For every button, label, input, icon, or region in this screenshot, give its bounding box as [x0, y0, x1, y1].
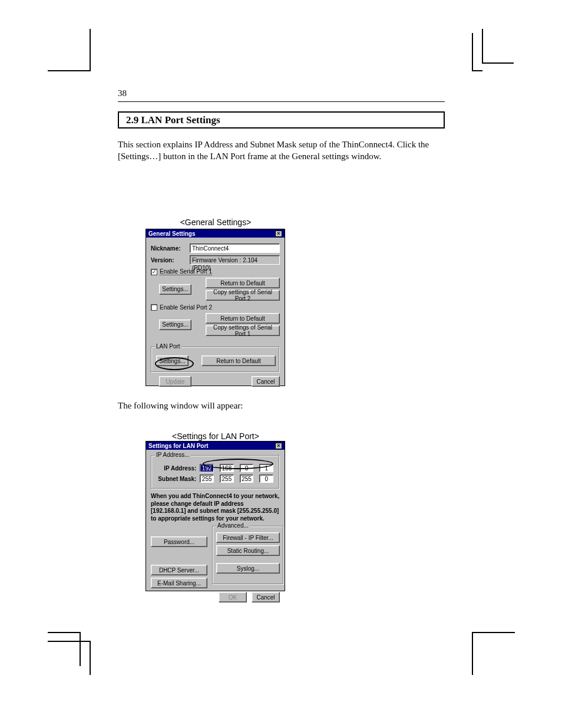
titlebar: General Settings × [146, 229, 285, 238]
ip-address-label: IP Address: [155, 465, 196, 472]
enable-sp2-label: Enable Serial Port 2 [160, 304, 212, 311]
ok-button[interactable]: OK [219, 592, 247, 602]
caption-general-settings: <General Settings> [146, 218, 285, 227]
cancel-button[interactable]: Cancel [252, 376, 280, 387]
paragraph-intro: This section explains IP Address and Sub… [118, 139, 445, 163]
advanced-group-label: Advanced... [216, 522, 250, 529]
mask-octet-2[interactable]: 255 [220, 475, 234, 483]
lan-return-default-button[interactable]: Return to Default [201, 355, 276, 366]
mask-octet-3[interactable]: 255 [240, 475, 254, 483]
dhcp-server-button[interactable]: DHCP Server... [151, 565, 207, 575]
static-routing-button[interactable]: Static Routing... [216, 545, 280, 556]
heading-rule [118, 101, 445, 102]
lan-settings-button[interactable]: Settings... [156, 355, 189, 366]
dialog-title: Settings for LAN Port [148, 443, 209, 449]
close-icon[interactable]: × [275, 230, 282, 237]
ip-address-group-label: IP Address... [155, 452, 191, 458]
caption-lan-port: <Settings for LAN Port> [146, 431, 285, 441]
subnet-mask-label: Subnet Mask: [155, 476, 196, 482]
paragraph-followup: The following window will appear: [118, 400, 445, 411]
update-button[interactable]: Update [159, 376, 191, 387]
lan-port-settings-dialog: Settings for LAN Port × IP Address... IP… [146, 441, 285, 591]
lan-port-group-label: LAN Port [155, 343, 181, 350]
version-value: Firmware Version : 2.104 (PD10) [190, 255, 280, 265]
sp2-copy-sp1-button[interactable]: Copy settings of Serial Port 1 [206, 325, 280, 336]
ip-octet-1[interactable]: 192 [200, 464, 214, 472]
syslog-button[interactable]: Syslog... [216, 563, 280, 574]
close-icon[interactable]: × [275, 443, 282, 449]
dialog-title: General Settings [148, 230, 195, 237]
enable-serial-port-1-checkbox[interactable]: ✓ Enable Serial Port 1 [151, 268, 212, 275]
sp1-return-default-button[interactable]: Return to Default [206, 278, 280, 288]
email-sharing-button[interactable]: E-Mail Sharing... [151, 578, 207, 588]
sp1-copy-sp2-button[interactable]: Copy settings of Serial Port 2 [206, 290, 280, 301]
sp2-settings-button[interactable]: Settings... [159, 319, 191, 330]
firewall-button[interactable]: Firewall - IP Filter... [216, 532, 280, 543]
mask-octet-1[interactable]: 255 [200, 475, 214, 483]
sp2-return-default-button[interactable]: Return to Default [206, 313, 280, 324]
section-title: 2.9 LAN Port Settings [118, 111, 445, 129]
mask-octet-4[interactable]: 0 [259, 475, 273, 483]
sp1-settings-button[interactable]: Settings... [159, 284, 191, 295]
general-settings-dialog: General Settings × Nickname: ThinConnect… [146, 229, 285, 386]
cancel-button[interactable]: Cancel [252, 592, 280, 602]
version-label: Version: [151, 257, 186, 263]
nickname-label: Nickname: [151, 245, 186, 252]
ip-octet-4[interactable]: 1 [259, 464, 273, 472]
nickname-input[interactable]: ThinConnect4 [190, 243, 280, 253]
titlebar: Settings for LAN Port × [146, 442, 285, 450]
enable-sp1-label: Enable Serial Port 1 [160, 268, 212, 275]
ip-octet-2[interactable]: 168 [220, 464, 234, 472]
ip-octet-3[interactable]: 0 [240, 464, 254, 472]
enable-serial-port-2-checkbox[interactable]: Enable Serial Port 2 [151, 304, 212, 311]
password-button[interactable]: Password... [151, 536, 207, 547]
page-number: 38 [118, 88, 127, 98]
ip-change-note: When you add ThinConnect4 to your networ… [151, 493, 280, 522]
